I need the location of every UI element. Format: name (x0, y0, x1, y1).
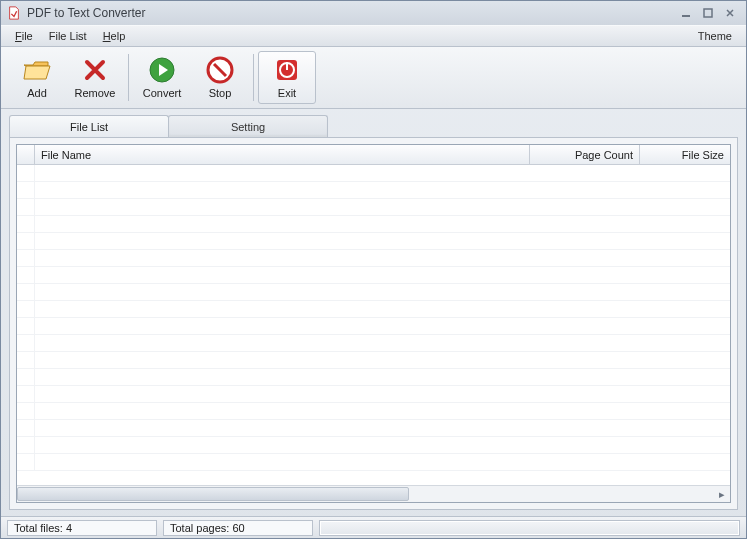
stop-label: Stop (209, 87, 232, 99)
tab-setting[interactable]: Setting (168, 115, 328, 137)
content-frame: File Name Page Count File Size ▸ (9, 137, 738, 510)
table-row[interactable] (17, 165, 730, 182)
menu-file-list[interactable]: File List (41, 28, 95, 44)
table-row[interactable] (17, 199, 730, 216)
status-progress (319, 520, 740, 536)
table-row[interactable] (17, 335, 730, 352)
table-row[interactable] (17, 182, 730, 199)
stop-icon (205, 56, 235, 84)
table-row[interactable] (17, 454, 730, 471)
statusbar: Total files: 4 Total pages: 60 (1, 516, 746, 538)
remove-label: Remove (75, 87, 116, 99)
window-title: PDF to Text Converter (27, 6, 674, 20)
minimize-button[interactable] (676, 6, 696, 20)
x-icon (80, 56, 110, 84)
table-row[interactable] (17, 267, 730, 284)
menu-file[interactable]: File (7, 28, 41, 44)
close-button[interactable] (720, 6, 740, 20)
maximize-button[interactable] (698, 6, 718, 20)
scroll-right-icon[interactable]: ▸ (714, 486, 730, 502)
table-row[interactable] (17, 216, 730, 233)
menu-theme[interactable]: Theme (690, 28, 740, 44)
listview-header: File Name Page Count File Size (17, 145, 730, 165)
table-row[interactable] (17, 420, 730, 437)
table-row[interactable] (17, 301, 730, 318)
stop-button[interactable]: Stop (191, 51, 249, 104)
listview-body[interactable] (17, 165, 730, 485)
exit-button[interactable]: Exit (258, 51, 316, 104)
svg-rect-0 (682, 15, 690, 17)
progress-bar (321, 522, 738, 534)
power-icon (272, 56, 302, 84)
table-row[interactable] (17, 437, 730, 454)
folder-open-icon (22, 56, 52, 84)
toolbar-separator-1 (128, 54, 129, 101)
svg-rect-6 (286, 62, 288, 70)
table-row[interactable] (17, 403, 730, 420)
titlebar[interactable]: PDF to Text Converter (1, 1, 746, 25)
remove-button[interactable]: Remove (66, 51, 124, 104)
toolbar-group-exit: Exit (257, 50, 317, 105)
convert-button[interactable]: Convert (133, 51, 191, 104)
svg-rect-1 (704, 9, 712, 17)
add-button[interactable]: Add (8, 51, 66, 104)
table-row[interactable] (17, 386, 730, 403)
tab-file-list[interactable]: File List (9, 115, 169, 137)
horizontal-scrollbar[interactable]: ▸ (17, 485, 730, 502)
table-row[interactable] (17, 318, 730, 335)
tabs-row: File List Setting (1, 113, 746, 137)
scrollbar-thumb[interactable] (17, 487, 409, 501)
play-icon (147, 56, 177, 84)
column-filesize[interactable]: File Size (640, 145, 730, 164)
toolbar: Add Remove Convert Stop (1, 47, 746, 109)
status-total-files: Total files: 4 (7, 520, 157, 536)
table-row[interactable] (17, 233, 730, 250)
exit-label: Exit (278, 87, 296, 99)
toolbar-separator-2 (253, 54, 254, 101)
table-row[interactable] (17, 284, 730, 301)
column-handle[interactable] (17, 145, 35, 164)
table-row[interactable] (17, 369, 730, 386)
toolbar-group-file: Add Remove (7, 50, 125, 105)
status-total-pages: Total pages: 60 (163, 520, 313, 536)
app-window: PDF to Text Converter File File List Hel… (0, 0, 747, 539)
convert-label: Convert (143, 87, 182, 99)
toolbar-group-run: Convert Stop (132, 50, 250, 105)
table-row[interactable] (17, 250, 730, 267)
menu-help[interactable]: Help (95, 28, 134, 44)
table-row[interactable] (17, 352, 730, 369)
add-label: Add (27, 87, 47, 99)
file-listview[interactable]: File Name Page Count File Size ▸ (16, 144, 731, 503)
column-filename[interactable]: File Name (35, 145, 530, 164)
menubar: File File List Help Theme (1, 25, 746, 47)
column-pagecount[interactable]: Page Count (530, 145, 640, 164)
app-icon (7, 6, 21, 20)
